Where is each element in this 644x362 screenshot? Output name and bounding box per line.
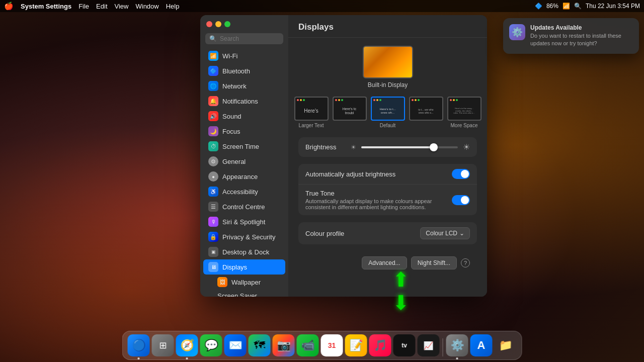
sidebar-item-accessibility[interactable]: ♿ Accessibility — [203, 184, 285, 199]
fullscreen-button[interactable] — [224, 21, 230, 27]
dock-item-messages[interactable]: 💬 — [200, 334, 222, 356]
dot-red-ms — [450, 99, 452, 101]
close-button[interactable] — [206, 21, 212, 27]
display-option-default[interactable]: Here's to t...ones wh... Default — [371, 97, 405, 128]
toggle-knob — [461, 170, 469, 178]
sidebar-search-container[interactable]: 🔍 — [205, 33, 283, 44]
truetone-toggle[interactable] — [452, 195, 470, 205]
thumb-text-ms: Here's to the crazy...misfits, the rebel… — [452, 102, 475, 116]
apple-menu[interactable]: 🍎 — [4, 2, 14, 11]
dot-green-m1 — [341, 99, 343, 101]
dock-item-calendar[interactable]: 31 — [321, 334, 343, 356]
sidebar-label-siri: Siri & Spotlight — [222, 218, 265, 226]
display-thumb-medium1: Here's tctroubl — [333, 97, 367, 121]
wallpaper-icon: 🖼 — [217, 277, 227, 287]
dock-item-stocks[interactable]: 📈 — [418, 334, 440, 356]
menubar-datetime: Thu 22 Jun 3:54 PM — [586, 3, 640, 10]
dock-item-appstore[interactable]: A — [470, 334, 493, 356]
sidebar-item-bluetooth[interactable]: 🔷 Bluetooth — [203, 63, 285, 78]
sidebar-label-displays: Displays — [222, 263, 247, 271]
display-option-label-larger: Larger Text — [299, 123, 324, 128]
dot-yellow — [300, 99, 302, 101]
sidebar-label-network: Network — [222, 82, 247, 90]
display-size-options: Here's Larger Text Here's tctroubl — [298, 97, 477, 128]
auto-brightness-label: Automatically adjust brightness — [305, 170, 452, 178]
sidebar-item-network[interactable]: 🌐 Network — [203, 78, 285, 94]
sidebar-item-siri[interactable]: 🎙 Siri & Spotlight — [203, 214, 285, 229]
menubar-edit[interactable]: Edit — [96, 3, 107, 10]
dot-green-def — [379, 99, 381, 101]
auto-brightness-toggle[interactable] — [452, 169, 470, 179]
dock-item-notes[interactable]: 📝 — [345, 334, 367, 356]
sidebar-label-wifi: Wi-Fi — [222, 52, 237, 60]
search-input[interactable] — [220, 35, 279, 42]
menubar-window[interactable]: Window — [135, 3, 158, 10]
dock-item-finder[interactable]: 🔵 — [128, 334, 150, 356]
displays-icon: 🖥 — [208, 262, 218, 272]
sidebar-label-desktopanddock: Desktop & Dock — [222, 248, 269, 256]
sidebar-item-screentime[interactable]: ⏱ Screen Time — [203, 139, 285, 154]
minimize-button[interactable] — [215, 21, 221, 27]
dot-yellow-m1 — [338, 99, 340, 101]
display-option-larger[interactable]: Here's Larger Text — [294, 97, 329, 128]
thumb-dots-m1 — [335, 99, 343, 101]
sidebar-item-controlcentre[interactable]: ☰ Control Centre — [203, 199, 285, 214]
accessibility-icon: ♿ — [208, 187, 218, 197]
sidebar-item-desktopanddock[interactable]: ▣ Desktop & Dock — [203, 244, 285, 259]
bluetooth-icon: 🔷 — [208, 66, 218, 76]
colour-profile-select[interactable]: Colour LCD ⌄ — [420, 227, 470, 239]
brightness-thumb — [430, 143, 438, 151]
notification-title: Updates Available — [530, 24, 633, 31]
menubar-wifi-icon[interactable]: 📶 — [562, 3, 570, 10]
colour-profile-value: Colour LCD — [426, 230, 457, 237]
main-content: Displays Built-in Display He — [288, 15, 487, 297]
truetone-label: True Tone — [305, 190, 447, 197]
desktopanddock-icon: ▣ — [208, 247, 218, 257]
display-option-medium1[interactable]: Here's tctroubl — [333, 97, 367, 128]
dock-item-appletv[interactable]: tv — [393, 334, 416, 356]
colour-profile-row: Colour profile Colour LCD ⌄ — [298, 222, 477, 244]
dot-red-m1 — [335, 99, 337, 101]
sidebar-item-displays[interactable]: 🖥 Displays — [203, 259, 285, 275]
dock-item-maps[interactable]: 🗺 — [249, 334, 271, 356]
sidebar-item-appearance[interactable]: ● Appearance — [203, 169, 285, 184]
network-icon: 🌐 — [208, 81, 218, 91]
menubar-file[interactable]: File — [78, 3, 89, 10]
sidebar-item-general[interactable]: ⚙ General — [203, 154, 285, 169]
sidebar-item-wallpaper[interactable]: 🖼 Wallpaper — [203, 275, 285, 290]
focus-icon: 🌙 — [208, 126, 218, 136]
nightshift-button[interactable]: Night Shift... — [411, 256, 457, 269]
menubar-view[interactable]: View — [115, 3, 129, 10]
dock-item-launchpad[interactable]: ⊞ — [152, 334, 174, 356]
dock-item-mail[interactable]: ✉️ — [224, 334, 247, 356]
menubar-app-name[interactable]: System Settings — [21, 3, 71, 10]
controlcentre-icon: ☰ — [208, 202, 218, 212]
sidebar-item-sound[interactable]: 🔊 Sound — [203, 109, 285, 124]
sidebar-label-screentime: Screen Time — [222, 143, 259, 150]
sidebar-item-notifications[interactable]: 🔔 Notifications — [203, 94, 285, 109]
dock-item-facetime[interactable]: 📹 — [297, 334, 319, 356]
sidebar-label-accessibility: Accessibility — [222, 188, 258, 196]
sidebar-item-screensaver[interactable]: Screen Saver — [203, 290, 285, 297]
dock-item-systemsettings[interactable]: ⚙️ — [446, 334, 468, 356]
truetone-toggle-knob — [461, 196, 469, 204]
display-option-medium2[interactable]: to t... are whoones who s... — [409, 97, 443, 128]
display-thumb-medium2: to t... are whoones who s... — [409, 97, 443, 121]
display-thumbnail — [363, 46, 413, 78]
brightness-fill — [361, 146, 434, 148]
dock-item-files[interactable]: 📁 — [495, 334, 517, 356]
dock-item-music[interactable]: 🎵 — [369, 334, 391, 356]
general-icon: ⚙ — [208, 156, 218, 166]
sidebar-item-privacy[interactable]: 🔒 Privacy & Security — [203, 229, 285, 244]
brightness-slider[interactable] — [361, 146, 458, 148]
menubar-bluetooth-icon[interactable]: 🔷 — [535, 3, 542, 10]
page-title: Displays — [288, 15, 487, 38]
menubar-help[interactable]: Help — [166, 3, 180, 10]
sidebar-item-wifi[interactable]: 📶 Wi-Fi — [203, 48, 285, 63]
sidebar-item-focus[interactable]: 🌙 Focus — [203, 124, 285, 139]
dock-item-safari[interactable]: 🧭 — [176, 334, 198, 356]
dock-item-photos[interactable]: 📷 — [273, 334, 295, 356]
menubar-search-icon[interactable]: 🔍 — [574, 3, 582, 10]
help-button[interactable]: ? — [461, 258, 470, 267]
display-option-morespace[interactable]: Here's to the crazy...misfits, the rebel… — [447, 97, 481, 128]
